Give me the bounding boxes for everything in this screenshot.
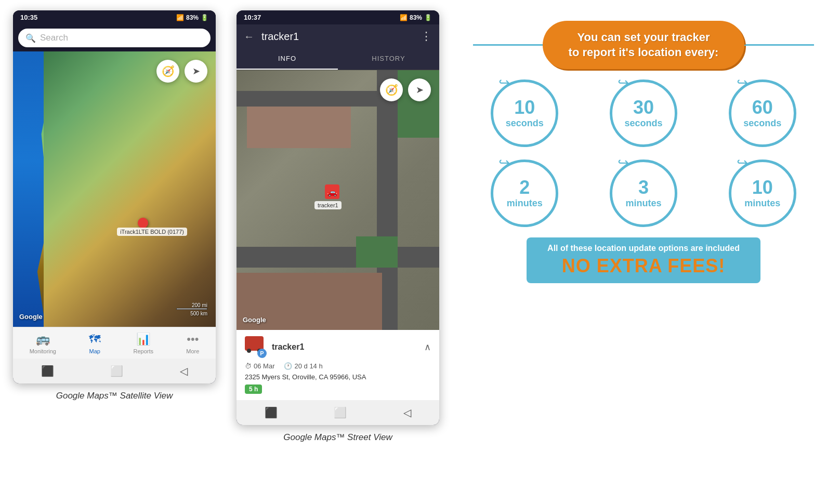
signal-icon-2: 📶	[400, 14, 408, 21]
info-graphic: You can set your tracker to report it's …	[457, 10, 830, 294]
interval-2min[interactable]: 2 minutes	[491, 160, 558, 227]
reports-label: Reports	[133, 348, 153, 354]
no-fees-box: All of these location update options are…	[527, 237, 760, 283]
search-placeholder: Search	[40, 33, 68, 43]
land-area	[44, 51, 216, 327]
tabs-row: INFO HISTORY	[237, 48, 439, 70]
info-panel: P tracker1 ∧ ⏱ 06 Mar 🕐 20 d 14 h 2325 M…	[237, 330, 439, 400]
info-date: ⏱ 06 Mar	[245, 362, 274, 370]
time-1: 10:35	[20, 14, 37, 21]
nav-map[interactable]: 🗺 Map	[89, 333, 100, 354]
compass-button-2[interactable]: 🧭	[380, 78, 403, 101]
nav-monitoring[interactable]: 🚌 Monitoring	[30, 333, 56, 354]
info-row-2: ⏱ 06 Mar 🕐 20 d 14 h	[245, 362, 431, 370]
phone2-caption: Google Maps™ Street View	[283, 432, 392, 443]
interval-30sec-unit: seconds	[624, 118, 662, 129]
interval-3min[interactable]: 3 minutes	[610, 160, 677, 227]
interval-60sec-unit: seconds	[743, 118, 781, 129]
interval-10sec-number: 10	[514, 98, 535, 117]
interval-2min-unit: minutes	[507, 198, 543, 209]
interval-10sec-unit: seconds	[506, 118, 544, 129]
scale-line	[176, 308, 207, 310]
android-navbar-1: ⬛ ⬜ ◁	[13, 359, 216, 383]
top-bar-2: ← tracker1 ⋮	[237, 24, 439, 48]
tracker-title: tracker1	[261, 31, 413, 43]
green2	[356, 236, 398, 268]
nav-button-2[interactable]: ➤	[408, 78, 431, 101]
bottom-nav: 🚌 Monitoring 🗺 Map 📊 Reports ••• More	[13, 327, 216, 359]
android-back-icon[interactable]: ⬛	[41, 365, 54, 377]
battery-2: 83%	[410, 14, 422, 21]
monitoring-icon: 🚌	[36, 333, 50, 346]
status-bar-2: 10:37 📶 83% 🔋	[237, 10, 439, 24]
compass-button[interactable]: 🧭	[156, 60, 179, 83]
phone2-screen: 10:37 📶 83% 🔋 ← tracker1 ⋮ INFO HISTORY	[237, 10, 439, 425]
headline-row: You can set your tracker to report it's …	[473, 21, 814, 69]
phone1-mockup: 10:35 📶 83% 🔋 🔍 Search 🧭 ➤ iTrack1LTE BO…	[10, 10, 218, 401]
battery-1: 83%	[186, 14, 199, 21]
interval-30sec-number: 30	[633, 98, 654, 117]
status-bar-1: 10:35 📶 83% 🔋	[13, 10, 216, 24]
interval-10min-unit: minutes	[744, 198, 780, 209]
navigation-button[interactable]: ➤	[185, 60, 207, 83]
google-watermark-2: Google	[243, 316, 266, 324]
info-address: 2325 Myers St, Oroville, CA 95966, USA	[245, 373, 431, 381]
headline-line2: to report it's location every:	[569, 46, 719, 59]
android-back-2[interactable]: ⬛	[265, 406, 278, 419]
signals-1: 📶 83% 🔋	[176, 14, 208, 21]
nav-more[interactable]: ••• More	[186, 333, 199, 354]
interval-60sec[interactable]: 60 seconds	[729, 79, 796, 147]
interval-30sec[interactable]: 30 seconds	[610, 79, 677, 147]
time-2: 10:37	[244, 14, 261, 21]
interval-10sec[interactable]: 10 seconds	[491, 79, 558, 147]
interval-3min-number: 3	[638, 178, 649, 197]
android-home-icon[interactable]: ⬜	[110, 365, 123, 377]
interval-10min[interactable]: 10 minutes	[729, 160, 796, 227]
map-area-street: 🧭 ➤ 🚗 tracker1 Google	[237, 70, 439, 330]
map-icon: 🗺	[89, 333, 100, 346]
tracker-icon-wrap: P	[245, 336, 267, 358]
tab-history[interactable]: HISTORY	[338, 48, 439, 70]
hours-badge: 5 h	[245, 384, 262, 394]
intervals-grid: 10 seconds 30 seconds 60 seconds 2 minut…	[473, 79, 814, 227]
chevron-up-icon[interactable]: ∧	[424, 341, 431, 353]
reports-icon: 📊	[136, 333, 150, 346]
android-recents-icon[interactable]: ◁	[180, 365, 188, 377]
interval-10min-number: 10	[752, 178, 773, 197]
back-button[interactable]: ←	[244, 31, 254, 43]
building2	[247, 107, 351, 148]
info-tracker-name: tracker1	[272, 342, 304, 352]
search-bar[interactable]: 🔍 Search	[18, 29, 211, 47]
map-label: Map	[89, 348, 100, 354]
nav-reports[interactable]: 📊 Reports	[133, 333, 153, 354]
scale-label-2: 500 km	[190, 311, 207, 316]
more-label: More	[186, 348, 199, 354]
battery-icon-1: 🔋	[201, 14, 208, 21]
more-icon: •••	[187, 333, 199, 346]
phone1-caption: Google Maps™ Satellite View	[56, 391, 173, 401]
scale-label-1: 200 mi	[192, 302, 207, 308]
signals-2: 📶 83% 🔋	[400, 14, 432, 21]
interval-60sec-number: 60	[752, 98, 773, 117]
headline-line1: You can set your tracker	[577, 31, 710, 44]
car-pin: 🚗	[325, 184, 339, 199]
battery-icon-2: 🔋	[424, 14, 432, 21]
info-duration: 🕐 20 d 14 h	[284, 362, 322, 370]
headline-box: You can set your tracker to report it's …	[543, 21, 745, 69]
parked-badge: P	[257, 349, 267, 358]
phone2-mockup: 10:37 📶 83% 🔋 ← tracker1 ⋮ INFO HISTORY	[234, 10, 442, 443]
phone1-screen: 10:35 📶 83% 🔋 🔍 Search 🧭 ➤ iTrack1LTE BO…	[13, 10, 216, 383]
interval-3min-unit: minutes	[625, 198, 661, 209]
search-icon: 🔍	[25, 33, 36, 43]
tracker1-map-label: tracker1	[314, 201, 342, 209]
parking-bg	[237, 70, 439, 330]
android-recents-2[interactable]: ◁	[403, 406, 411, 419]
android-home-2[interactable]: ⬜	[334, 406, 347, 419]
more-button[interactable]: ⋮	[421, 30, 432, 43]
headline-text: You can set your tracker to report it's …	[569, 30, 719, 60]
info-row-1: P tracker1 ∧	[245, 336, 431, 358]
map-area-satellite: 🧭 ➤ iTrack1LTE BOLD (0177) Google 200 mi…	[13, 51, 216, 327]
tab-info[interactable]: INFO	[237, 48, 338, 70]
android-navbar-2: ⬛ ⬜ ◁	[237, 400, 439, 425]
tracker-label: iTrack1LTE BOLD (0177)	[117, 228, 187, 236]
